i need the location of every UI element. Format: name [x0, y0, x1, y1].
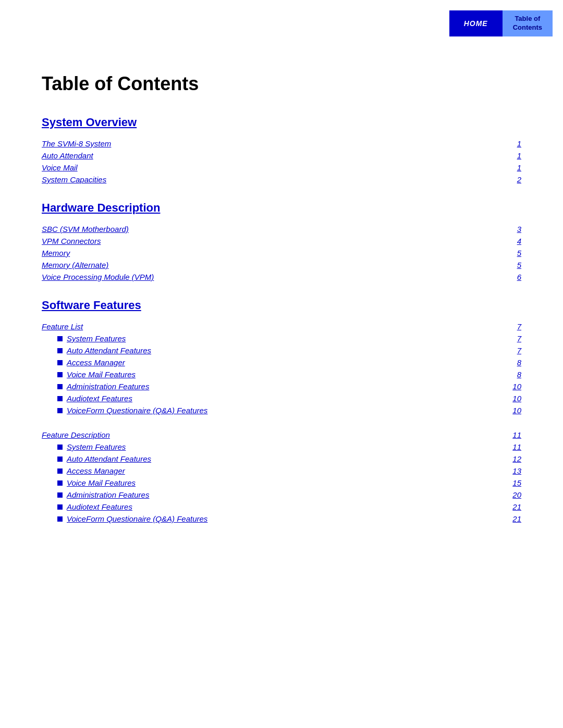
main-content: Table of Contents System Overview The SV… — [0, 0, 563, 561]
page-number[interactable]: 5 — [517, 261, 521, 269]
toc-link[interactable]: Voice Processing Module (VPM) — [42, 273, 154, 281]
section-hardware-description: Hardware Description SBC (SVM Motherboar… — [42, 201, 521, 283]
toc-row: Access Manager 13 — [42, 465, 521, 477]
toc-row: Voice Mail 1 — [42, 162, 521, 174]
page-number[interactable]: 1 — [517, 151, 521, 160]
toc-link-feature-list[interactable]: Feature List — [42, 322, 83, 331]
bullet-icon — [57, 468, 63, 474]
bullet-icon — [57, 456, 63, 462]
toc-link[interactable]: VoiceForm Questionaire (Q&A) Features — [67, 406, 207, 415]
toc-row: Audiotext Features 21 — [42, 501, 521, 513]
bullet-icon — [57, 336, 63, 341]
toc-link[interactable]: Auto Attendant — [42, 151, 93, 160]
page-number[interactable]: 1 — [517, 139, 521, 148]
toc-row: SBC (SVM Motherboard) 3 — [42, 223, 521, 235]
bullet-icon — [57, 372, 63, 377]
page-title: Table of Contents — [42, 73, 521, 95]
toc-link[interactable]: Auto Attendant Features — [67, 454, 151, 463]
toc-link[interactable]: Access Manager — [67, 466, 125, 475]
toc-link[interactable]: VPM Connectors — [42, 237, 101, 245]
section-heading-software-features[interactable]: Software Features — [42, 299, 521, 312]
section-software-features: Software Features Feature List 7 System … — [42, 299, 521, 525]
top-navigation: HOME Table ofContents — [449, 10, 553, 36]
bullet-icon — [57, 480, 63, 486]
toc-row: VoiceForm Questionaire (Q&A) Features 21 — [42, 513, 521, 525]
page-number[interactable]: 6 — [517, 273, 521, 281]
toc-row: VPM Connectors 4 — [42, 235, 521, 247]
toc-link[interactable]: Access Manager — [67, 358, 125, 367]
page-number[interactable]: 10 — [512, 382, 521, 391]
toc-link[interactable]: Memory (Alternate) — [42, 261, 108, 269]
toc-link[interactable]: Auto Attendant Features — [67, 346, 151, 355]
toc-row: Voice Mail Features 15 — [42, 477, 521, 489]
toc-link-feature-description[interactable]: Feature Description — [42, 430, 110, 439]
toc-table-hardware-description: SBC (SVM Motherboard) 3 VPM Connectors 4… — [42, 223, 521, 283]
toc-link[interactable]: Audiotext Features — [67, 394, 132, 403]
page-number[interactable]: 11 — [512, 442, 521, 451]
toc-link[interactable]: Voice Mail — [42, 163, 78, 172]
page-number[interactable]: 10 — [512, 406, 521, 415]
toc-row: Access Manager 8 — [42, 356, 521, 368]
toc-row: Feature List 7 — [42, 320, 521, 332]
page-number[interactable]: 21 — [512, 514, 521, 523]
toc-link[interactable]: Memory — [42, 249, 70, 257]
bullet-icon — [57, 396, 63, 401]
toc-link[interactable]: SBC (SVM Motherboard) — [42, 225, 129, 233]
toc-row: VoiceForm Questionaire (Q&A) Features 10 — [42, 404, 521, 416]
toc-link[interactable]: Administration Features — [67, 382, 149, 391]
page-number[interactable]: 2 — [517, 175, 521, 184]
page-number[interactable]: 5 — [517, 249, 521, 257]
page-number[interactable]: 4 — [517, 237, 521, 245]
page-number[interactable]: 7 — [517, 322, 521, 331]
toc-row: Administration Features 20 — [42, 489, 521, 501]
toc-button[interactable]: Table ofContents — [503, 10, 553, 36]
page-number[interactable]: 1 — [517, 163, 521, 172]
section-heading-system-overview[interactable]: System Overview — [42, 116, 521, 129]
toc-row: The SVMi-8 System 1 — [42, 138, 521, 150]
bullet-icon — [57, 348, 63, 353]
page-number[interactable]: 21 — [512, 502, 521, 511]
section-system-overview: System Overview The SVMi-8 System 1 Auto… — [42, 116, 521, 186]
bullet-icon — [57, 360, 63, 365]
page-number[interactable]: 20 — [512, 490, 521, 499]
toc-row: Voice Processing Module (VPM) 6 — [42, 271, 521, 283]
page-number[interactable]: 10 — [512, 394, 521, 403]
page-number[interactable]: 7 — [517, 346, 521, 355]
toc-row: System Features 7 — [42, 332, 521, 344]
toc-link[interactable]: System Features — [67, 442, 126, 451]
toc-row: System Capacities 2 — [42, 174, 521, 186]
page-number[interactable]: 13 — [512, 466, 521, 475]
toc-link[interactable]: The SVMi-8 System — [42, 139, 111, 148]
toc-row: System Features 11 — [42, 441, 521, 453]
toc-row: Feature Description 11 — [42, 429, 521, 441]
toc-table-system-overview: The SVMi-8 System 1 Auto Attendant 1 Voi… — [42, 138, 521, 186]
home-button[interactable]: HOME — [449, 10, 503, 36]
toc-link[interactable]: System Capacities — [42, 175, 106, 184]
toc-link[interactable]: VoiceForm Questionaire (Q&A) Features — [67, 514, 207, 523]
toc-row: Voice Mail Features 8 — [42, 368, 521, 380]
toc-link[interactable]: Audiotext Features — [67, 502, 132, 511]
toc-row: Auto Attendant 1 — [42, 150, 521, 162]
page-number[interactable]: 8 — [517, 370, 521, 379]
page-number[interactable]: 8 — [517, 358, 521, 367]
section-heading-hardware-description[interactable]: Hardware Description — [42, 201, 521, 215]
bullet-icon — [57, 384, 63, 389]
toc-link[interactable]: Voice Mail Features — [67, 478, 136, 487]
toc-link[interactable]: Administration Features — [67, 490, 149, 499]
toc-row: Administration Features 10 — [42, 380, 521, 392]
toc-row: Auto Attendant Features 12 — [42, 453, 521, 465]
toc-link[interactable]: Voice Mail Features — [67, 370, 136, 379]
page-number[interactable]: 11 — [512, 430, 521, 439]
page-number[interactable]: 3 — [517, 225, 521, 233]
toc-row: Memory (Alternate) 5 — [42, 259, 521, 271]
toc-row: Auto Attendant Features 7 — [42, 344, 521, 356]
toc-link[interactable]: System Features — [67, 334, 126, 343]
bullet-icon — [57, 445, 63, 450]
page-number[interactable]: 15 — [512, 478, 521, 487]
gap-spacer — [42, 422, 521, 429]
bullet-icon — [57, 408, 63, 413]
page-number[interactable]: 12 — [512, 454, 521, 463]
toc-row: Audiotext Features 10 — [42, 392, 521, 404]
page-number[interactable]: 7 — [517, 334, 521, 343]
bullet-icon — [57, 516, 63, 522]
